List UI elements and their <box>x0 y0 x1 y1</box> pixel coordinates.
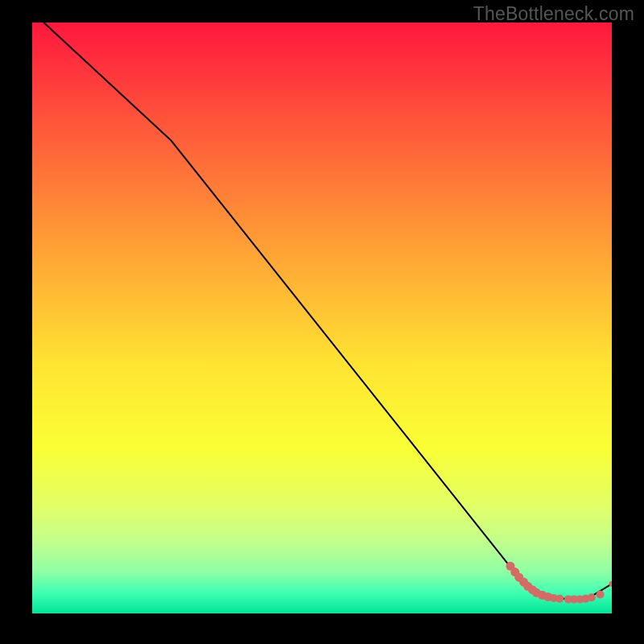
watermark-text: TheBottleneck.com <box>473 3 634 25</box>
chart-background <box>32 23 612 613</box>
chart-svg <box>32 23 612 613</box>
dot <box>597 591 605 599</box>
chart-frame: TheBottleneck.com <box>0 0 644 644</box>
chart-plot <box>32 23 612 613</box>
dot <box>588 593 596 601</box>
dot <box>555 595 564 603</box>
